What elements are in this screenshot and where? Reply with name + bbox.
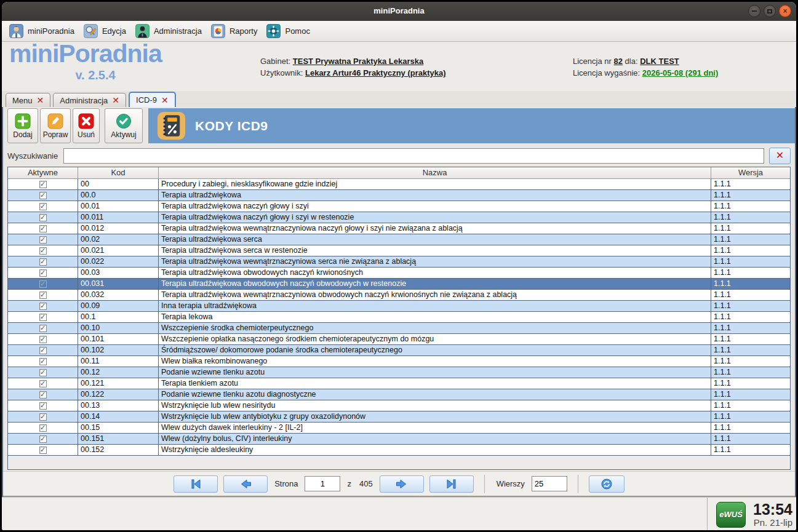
table-row[interactable]: 00.03 Terapia ultradźwiękowa obwodowych …: [8, 268, 790, 279]
table-row[interactable]: 00.022 Terapia ultradźwiękowa wewnątrzna…: [8, 256, 790, 268]
active-cell: [8, 411, 78, 422]
active-checkbox[interactable]: [39, 402, 47, 410]
active-checkbox[interactable]: [39, 258, 47, 266]
next-page-button[interactable]: [380, 475, 424, 493]
active-checkbox[interactable]: [39, 424, 47, 432]
menu-item-edycja[interactable]: Edycja: [81, 23, 133, 40]
refresh-button[interactable]: [589, 475, 624, 493]
row-name: Terapia ultradźwiękowa wewnątrznaczyniow…: [159, 256, 711, 267]
table-row[interactable]: 00.13 Wstrzyknięcie lub wlew nesiritydu …: [8, 400, 790, 411]
active-checkbox[interactable]: [39, 236, 47, 244]
table-row[interactable]: 00.101 Wszczepienie opłatka nasączonego …: [8, 334, 790, 345]
row-code: 00.102: [78, 345, 159, 355]
menu-item-label: Administracja: [154, 26, 202, 36]
tab-close-icon[interactable]: ✕: [112, 96, 119, 105]
menu-item-pomoc[interactable]: Pomoc: [264, 23, 316, 40]
edit-button-label: Popraw: [43, 130, 68, 139]
table-row[interactable]: 00.02 Terapia ultradźwiękowa serca 1.1.1: [8, 234, 790, 245]
table-row[interactable]: 00.09 Inna terapia ultradźwiękowa 1.1.1: [8, 301, 790, 312]
table-row[interactable]: 00.122 Podanie wziewne tlenku azotu diag…: [8, 389, 790, 400]
active-checkbox[interactable]: [39, 247, 47, 255]
last-page-button[interactable]: [429, 475, 474, 493]
user-value[interactable]: Lekarz Artur46 Praktyczny (praktyka): [305, 68, 446, 77]
active-checkbox[interactable]: [39, 391, 47, 399]
license-no-value: 82: [614, 57, 623, 66]
page-input[interactable]: [305, 476, 340, 491]
office-value[interactable]: TEST Prywatna Praktyka Lekarska: [293, 57, 423, 66]
active-checkbox[interactable]: [39, 269, 47, 277]
row-name: Terapia ultradźwiękowa naczyń głowy i sz…: [159, 212, 711, 223]
tab-close-icon[interactable]: ✕: [37, 96, 44, 105]
maximize-button[interactable]: [764, 5, 776, 17]
tab-menu[interactable]: Menu ✕: [6, 93, 50, 107]
table-row[interactable]: 00.032 Terapia ultradźwiękowa wewnątrzna…: [8, 290, 790, 301]
active-checkbox[interactable]: [39, 435, 47, 443]
active-checkbox[interactable]: [39, 203, 47, 210]
column-header-kod[interactable]: Kod: [78, 167, 159, 179]
active-checkbox[interactable]: [39, 292, 47, 299]
active-checkbox[interactable]: [39, 214, 47, 221]
active-checkbox[interactable]: [39, 380, 47, 387]
close-button[interactable]: ×: [779, 5, 791, 17]
table-row[interactable]: 00.121 Terapia tlenkiem azotu 1.1.1: [8, 378, 790, 389]
column-header-aktywne[interactable]: Aktywne: [8, 167, 78, 179]
clear-search-button[interactable]: ✕: [769, 148, 791, 164]
app-logo: miniPoradnia: [9, 39, 162, 68]
search-input[interactable]: [63, 148, 764, 164]
tab-close-icon[interactable]: ✕: [161, 96, 169, 105]
table-row[interactable]: 00.1 Terapia lekowa 1.1.1: [8, 312, 790, 323]
row-code: 00.14: [78, 411, 159, 422]
minimize-button[interactable]: [748, 5, 760, 17]
menu-item-administracja[interactable]: Administracja: [133, 23, 209, 40]
ewus-badge[interactable]: eWUŚ: [716, 502, 746, 528]
active-checkbox[interactable]: [39, 369, 47, 376]
table-row[interactable]: 00.14 Wstrzyknięcie lub wlew antybiotyku…: [8, 411, 790, 423]
column-header-nazwa[interactable]: Nazwa: [159, 167, 711, 179]
table-row[interactable]: 00.021 Terapia ultradźwiękowa serca w re…: [8, 245, 790, 256]
active-checkbox[interactable]: [39, 447, 47, 454]
table-row[interactable]: 00.102 Śródmiąższowe/ dokomorowe podanie…: [8, 345, 790, 356]
edit-button[interactable]: Popraw: [40, 108, 71, 143]
active-checkbox[interactable]: [39, 280, 47, 288]
table-row[interactable]: 00 Procedury i zabiegi, niesklasyfikowan…: [8, 179, 790, 190]
table-row[interactable]: 00.15 Wlew dużych dawek interleukiny - 2…: [8, 423, 790, 434]
active-checkbox[interactable]: [39, 181, 47, 188]
active-cell: [8, 234, 78, 245]
check-circle-icon: [116, 113, 132, 129]
active-checkbox[interactable]: [39, 192, 47, 199]
active-checkbox[interactable]: [39, 413, 47, 421]
tab-administracja[interactable]: Administracja ✕: [53, 93, 126, 107]
table-row[interactable]: 00.01 Terapia ultradźwiękowa naczyń głow…: [8, 201, 790, 212]
menu-item-raporty[interactable]: Raporty: [209, 23, 265, 40]
table-row[interactable]: 00.0 Terapia ultradźwiękowa 1.1.1: [8, 190, 790, 201]
row-code: 00.02: [78, 234, 159, 245]
table-row[interactable]: 00.11 Wlew białka rekombinowanego 1.1.1: [8, 356, 790, 367]
active-checkbox[interactable]: [39, 314, 47, 321]
prev-page-button[interactable]: [223, 475, 268, 493]
menu-item-miniporadnia[interactable]: miniPoradnia: [7, 23, 81, 40]
active-checkbox[interactable]: [39, 358, 47, 365]
table-row[interactable]: 00.152 Wstrzyknięcie aldesleukiny 1.1.1: [8, 445, 790, 456]
first-page-button[interactable]: [174, 475, 218, 493]
active-checkbox[interactable]: [39, 303, 47, 310]
active-checkbox[interactable]: [39, 336, 47, 343]
license-expires-value[interactable]: 2026-05-08 (291 dni): [642, 68, 719, 77]
active-checkbox[interactable]: [39, 347, 47, 354]
table-row[interactable]: 00.011 Terapia ultradźwiękowa naczyń gło…: [8, 212, 790, 223]
table-row[interactable]: 00.12 Podanie wziewne tlenku azotu 1.1.1: [8, 367, 790, 378]
table-row[interactable]: 00.012 Terapia ultradźwiękowa wewnątrzna…: [8, 223, 790, 234]
table-row[interactable]: 00.031 Terapia ultradźwiękowa obwodowych…: [8, 279, 790, 290]
delete-button[interactable]: Usuń: [73, 108, 100, 143]
activate-button[interactable]: Aktywuj: [105, 108, 143, 143]
active-cell: [8, 290, 78, 300]
active-checkbox[interactable]: [39, 225, 47, 232]
column-header-wersja[interactable]: Wersja: [711, 167, 790, 179]
add-button[interactable]: Dodaj: [7, 108, 38, 143]
pagination-bar: Strona z 405 Wierszy: [3, 471, 795, 497]
tab-icd9[interactable]: ICD-9 ✕: [129, 92, 176, 107]
rows-per-page-input[interactable]: [532, 476, 567, 491]
table-row[interactable]: 00.151 Wlew (dożylny bolus, CIV) interle…: [8, 434, 790, 445]
row-version: 1.1.1: [711, 290, 790, 300]
table-row[interactable]: 00.10 Wszczepienie środka chemioterpeuty…: [8, 323, 790, 334]
active-checkbox[interactable]: [39, 325, 47, 332]
